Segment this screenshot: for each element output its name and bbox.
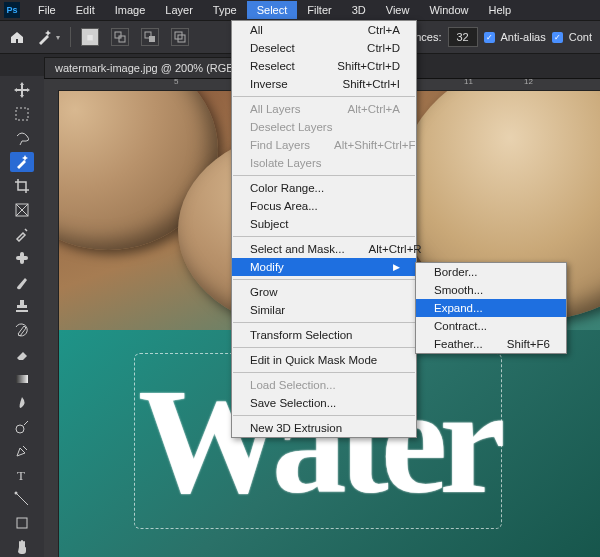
menu-item-deselect-layers: Deselect Layers — [232, 118, 416, 136]
pen-tool-icon[interactable] — [10, 441, 34, 461]
tool-palette: T — [0, 76, 44, 557]
hand-tool-icon[interactable] — [10, 537, 34, 557]
submenu-item-contract[interactable]: Contract... — [416, 317, 566, 335]
home-icon[interactable] — [8, 28, 26, 46]
menu-item-load-selection: Load Selection... — [232, 376, 416, 394]
svg-rect-3 — [149, 36, 155, 42]
submenu-item-border[interactable]: Border... — [416, 263, 566, 281]
contiguous-label: Cont — [569, 31, 592, 43]
path-tool-icon[interactable] — [10, 489, 34, 509]
svg-point-13 — [15, 491, 18, 494]
anti-alias-label: Anti-alias — [501, 31, 546, 43]
menu-window[interactable]: Window — [419, 1, 478, 19]
menu-edit[interactable]: Edit — [66, 1, 105, 19]
magic-wand-tool-icon[interactable] — [10, 152, 34, 172]
menu-item-focus-area[interactable]: Focus Area... — [232, 197, 416, 215]
menu-item-select-and-mask[interactable]: Select and Mask...Alt+Ctrl+R — [232, 240, 416, 258]
tolerance-input[interactable]: 32 — [448, 27, 478, 47]
svg-rect-0 — [115, 32, 121, 38]
svg-rect-14 — [17, 518, 27, 528]
menu-item-transform-selection[interactable]: Transform Selection — [232, 326, 416, 344]
submenu-item-smooth[interactable]: Smooth... — [416, 281, 566, 299]
type-tool-icon[interactable]: T — [10, 465, 34, 485]
svg-point-11 — [16, 425, 24, 433]
menu-file[interactable]: File — [28, 1, 66, 19]
submenu-item-expand[interactable]: Expand... — [416, 299, 566, 317]
heal-tool-icon[interactable] — [10, 248, 34, 268]
stamp-tool-icon[interactable] — [10, 296, 34, 316]
menu-3d[interactable]: 3D — [342, 1, 376, 19]
submenu-item-feather[interactable]: Feather...Shift+F6 — [416, 335, 566, 353]
menu-item-similar[interactable]: Similar — [232, 301, 416, 319]
menu-item-subject[interactable]: Subject — [232, 215, 416, 233]
history-brush-tool-icon[interactable] — [10, 320, 34, 340]
menu-item-save-selection[interactable]: Save Selection... — [232, 394, 416, 412]
menu-item-new-3d-extrusion[interactable]: New 3D Extrusion — [232, 419, 416, 437]
menu-select[interactable]: Select — [247, 1, 298, 19]
svg-rect-1 — [119, 36, 125, 42]
menu-view[interactable]: View — [376, 1, 420, 19]
menu-help[interactable]: Help — [479, 1, 522, 19]
menu-item-all[interactable]: AllCtrl+A — [232, 21, 416, 39]
menu-image[interactable]: Image — [105, 1, 156, 19]
shape-tool-icon[interactable] — [10, 513, 34, 533]
contiguous-checkbox[interactable]: ✓ — [552, 32, 563, 43]
modify-submenu: Border...Smooth...Expand...Contract...Fe… — [415, 262, 567, 354]
menu-item-reselect[interactable]: ReselectShift+Ctrl+D — [232, 57, 416, 75]
eyedropper-tool-icon[interactable] — [10, 224, 34, 244]
app-logo: Ps — [4, 2, 20, 18]
marquee-tool-icon[interactable] — [10, 104, 34, 124]
magic-wand-icon[interactable]: ▾ — [36, 28, 60, 46]
menu-type[interactable]: Type — [203, 1, 247, 19]
svg-rect-6 — [16, 108, 28, 120]
blur-tool-icon[interactable] — [10, 393, 34, 413]
frame-tool-icon[interactable] — [10, 200, 34, 220]
menu-item-isolate-layers: Isolate Layers — [232, 154, 416, 172]
sel-mode-new-icon[interactable]: ■ — [81, 28, 99, 46]
menu-item-find-layers: Find LayersAlt+Shift+Ctrl+F — [232, 136, 416, 154]
select-menu-dropdown: AllCtrl+ADeselectCtrl+DReselectShift+Ctr… — [231, 20, 417, 438]
menu-item-color-range[interactable]: Color Range... — [232, 179, 416, 197]
dodge-tool-icon[interactable] — [10, 417, 34, 437]
svg-text:T: T — [17, 468, 25, 483]
menu-item-inverse[interactable]: InverseShift+Ctrl+I — [232, 75, 416, 93]
gradient-tool-icon[interactable] — [10, 369, 34, 389]
svg-rect-9 — [20, 252, 24, 264]
menu-item-all-layers: All LayersAlt+Ctrl+A — [232, 100, 416, 118]
svg-rect-10 — [16, 375, 28, 383]
eraser-tool-icon[interactable] — [10, 345, 34, 365]
document-tab[interactable]: watermark-image.jpg @ 200% (RGB — [44, 57, 245, 78]
menu-filter[interactable]: Filter — [297, 1, 341, 19]
menubar: Ps File Edit Image Layer Type Select Fil… — [0, 0, 600, 20]
move-tool-icon[interactable] — [10, 80, 34, 100]
sel-mode-intersect-icon[interactable] — [171, 28, 189, 46]
menu-layer[interactable]: Layer — [155, 1, 203, 19]
crop-tool-icon[interactable] — [10, 176, 34, 196]
menu-item-edit-in-quick-mask-mode[interactable]: Edit in Quick Mask Mode — [232, 351, 416, 369]
sel-mode-subtract-icon[interactable] — [141, 28, 159, 46]
anti-alias-checkbox[interactable]: ✓ — [484, 32, 495, 43]
sel-mode-add-icon[interactable] — [111, 28, 129, 46]
menu-item-modify[interactable]: Modify▶ — [232, 258, 416, 276]
menu-item-grow[interactable]: Grow — [232, 283, 416, 301]
brush-tool-icon[interactable] — [10, 272, 34, 292]
ruler-vertical — [44, 90, 59, 557]
lasso-tool-icon[interactable] — [10, 128, 34, 148]
menu-item-deselect[interactable]: DeselectCtrl+D — [232, 39, 416, 57]
